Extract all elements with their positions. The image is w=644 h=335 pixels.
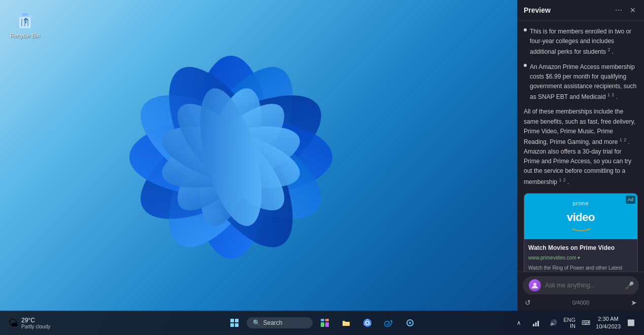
svg-rect-38 (533, 324, 534, 326)
para-ref2: 2 (624, 137, 626, 142)
bullet-item-1: This is for members enrolled in two or f… (524, 27, 638, 57)
system-clock[interactable]: 2:30 AM 10/4/2023 (596, 315, 621, 331)
main-paragraph: All of these memberships include the sam… (524, 107, 638, 187)
bullet-dot-2 (524, 64, 527, 67)
svg-rect-39 (535, 322, 537, 326)
svg-rect-32 (343, 322, 350, 326)
video-label: video (567, 208, 595, 226)
char-count: 0/4000 (572, 300, 590, 306)
language-indicator[interactable]: ENG IN (563, 317, 575, 329)
search-bar[interactable]: 🔍 Search (247, 317, 313, 328)
bullet2-ref: 1 (607, 92, 610, 97)
svg-rect-26 (230, 323, 234, 327)
recycle-bin-icon[interactable]: Recycle Bin (10, 10, 40, 39)
ad-description: Watch the Ring of Power and other Latest… (528, 264, 633, 272)
bullet-item-2: An Amazon Prime Access membership costs … (524, 62, 638, 102)
svg-point-35 (366, 322, 368, 324)
ad-badge: Ad (626, 196, 635, 204)
notification-icon[interactable]: ⬜ (624, 316, 638, 330)
bullet2-text: An Amazon Prime Access membership costs … (530, 63, 636, 101)
clock-date: 10/4/2023 (596, 323, 621, 330)
svg-point-41 (533, 283, 536, 286)
taskbar-center: 🔍 Search (225, 314, 419, 332)
widgets-button[interactable] (316, 314, 334, 332)
region-label: IN (570, 323, 575, 329)
windows-icon (230, 318, 239, 327)
start-button[interactable] (225, 314, 244, 332)
prime-label: prime (572, 199, 589, 208)
refresh-icon[interactable]: ↺ (525, 299, 531, 307)
weather-widget[interactable]: 🌤 29°C Partly cloudy (4, 315, 54, 331)
taskbar-left: 🌤 29°C Partly cloudy (0, 315, 54, 331)
svg-rect-30 (321, 322, 324, 327)
para-text: All of these memberships include the sam… (524, 108, 635, 145)
svg-point-37 (409, 322, 411, 324)
svg-rect-24 (230, 319, 234, 322)
microphone-icon[interactable]: 🎤 (625, 281, 634, 289)
panel-header: Preview ⋯ ✕ (518, 0, 644, 21)
para2-ref1: 1 (559, 177, 561, 182)
recycle-bin-svg (15, 10, 35, 30)
close-panel-button[interactable]: ✕ (628, 5, 638, 15)
input-footer: ↺ 0/4000 ➤ (523, 299, 639, 307)
file-explorer-button[interactable] (337, 314, 355, 332)
clock-time: 2:30 AM (598, 315, 618, 323)
svg-rect-20 (22, 13, 28, 16)
ad-content: Watch Movies on Prime Video www.primevid… (524, 239, 637, 272)
settings-icon-taskbar (405, 318, 415, 327)
more-options-button[interactable]: ⋯ (614, 5, 624, 15)
weather-temp: 29°C (21, 317, 50, 324)
panel-bottom: 🎤 ↺ 0/4000 ➤ (518, 272, 644, 311)
chrome-icon (363, 318, 372, 327)
search-icon: 🔍 (253, 319, 260, 326)
svg-rect-25 (235, 319, 239, 322)
preview-panel: Preview ⋯ ✕ This is for members enrolled… (517, 0, 644, 311)
para2-ref2: 2 (563, 177, 566, 182)
weather-icon: 🌤 (8, 317, 18, 329)
svg-rect-28 (321, 319, 324, 321)
para2-period: . (567, 178, 569, 185)
panel-title: Preview (524, 6, 551, 14)
search-label: Search (263, 319, 283, 326)
para-ref1: 1 (620, 137, 622, 142)
svg-rect-31 (325, 322, 329, 327)
taskbar-right: ∧ 🔊 ENG IN ⌨ 2:30 AM 10/4/2023 ⬜ (512, 315, 644, 331)
svg-rect-27 (235, 323, 239, 327)
taskbar: 🌤 29°C Partly cloudy 🔍 Search (0, 311, 644, 335)
language-label: ENG (563, 317, 575, 323)
bullet1-period: . (612, 48, 614, 55)
edge-icon (384, 318, 393, 327)
network-icon[interactable] (529, 316, 543, 330)
keyboard-icon[interactable]: ⌨ (579, 316, 593, 330)
taskbar-app5[interactable] (401, 314, 419, 332)
advertisement-block[interactable]: Ad prime video Watch Movies on Prime Vid… (524, 193, 638, 272)
bullet-dot (524, 28, 527, 31)
widgets-icon (320, 318, 329, 327)
chevron-up-icon[interactable]: ∧ (512, 316, 526, 330)
wallpaper-flower (41, 0, 421, 334)
bullet2-period: . (616, 93, 618, 100)
chat-input-row: 🎤 (523, 276, 639, 294)
user-avatar (529, 279, 541, 291)
weather-condition: Partly cloudy (21, 324, 50, 329)
panel-controls: ⋯ ✕ (614, 5, 638, 15)
recycle-bin-label: Recycle Bin (10, 32, 40, 39)
panel-content[interactable]: This is for members enrolled in two or f… (518, 21, 644, 272)
folder-icon (342, 318, 351, 327)
bullet2-ref2: 2 (612, 92, 614, 97)
edge-button[interactable] (380, 314, 398, 332)
chrome-button[interactable] (358, 314, 377, 332)
svg-rect-40 (537, 321, 539, 326)
ad-image: Ad prime video (524, 194, 637, 239)
prime-video-logo: prime video (567, 199, 595, 233)
amazon-smile-svg (571, 227, 591, 233)
svg-rect-29 (325, 319, 329, 321)
send-icon[interactable]: ➤ (631, 299, 637, 307)
volume-icon[interactable]: 🔊 (546, 316, 560, 330)
bullet1-ref: 2 (607, 47, 610, 52)
ad-url[interactable]: www.primevideo.com ▾ (528, 254, 633, 262)
bullet1-text: This is for members enrolled in two or f… (530, 28, 631, 55)
ad-title: Watch Movies on Prime Video (528, 243, 633, 253)
chat-input-field[interactable] (545, 282, 621, 289)
